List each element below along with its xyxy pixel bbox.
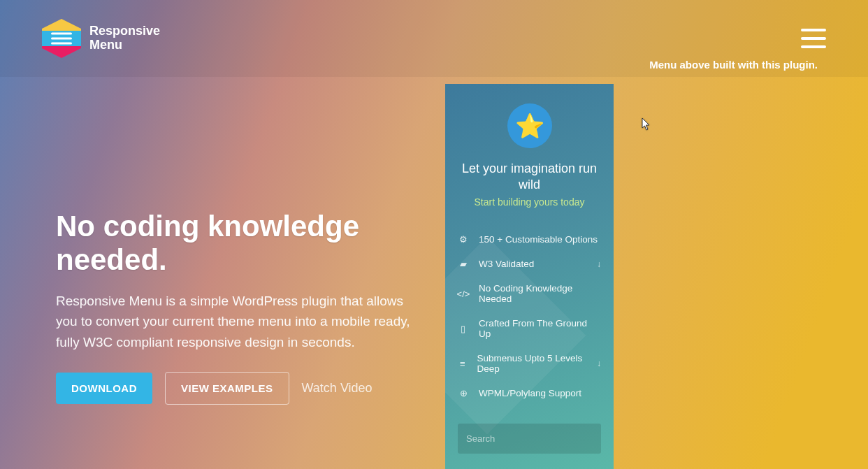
chevron-down-icon: ↓: [597, 359, 601, 368]
hero-title: No coding knowledge needed.: [56, 210, 419, 277]
search-input[interactable]: [458, 424, 601, 454]
download-button[interactable]: DOWNLOAD: [56, 373, 152, 404]
hamburger-menu-icon[interactable]: [801, 29, 826, 48]
drawer-item-submenus[interactable]: ≡ Submenus Upto 5 Levels Deep ↓: [458, 346, 601, 381]
code-icon: </>: [458, 289, 469, 299]
drawer-subtitle: Start building yours today: [458, 196, 601, 208]
drawer-item-customisable[interactable]: ⚙ 150 + Customisable Options: [458, 227, 601, 252]
drawer-search: [458, 424, 601, 454]
demo-menu-drawer: ⭐ Let your imagination run wild Start bu…: [445, 84, 614, 469]
drawer-title: Let your imagination run wild: [458, 161, 601, 192]
list-icon: ≡: [458, 359, 467, 369]
drawer-item-w3[interactable]: ▰ W3 Validated ↓: [458, 252, 601, 276]
building-icon: ▯: [458, 324, 469, 334]
sliders-icon: ⚙: [458, 234, 469, 245]
mouse-cursor-icon: [642, 117, 651, 131]
hero-section: No coding knowledge needed. Responsive M…: [56, 210, 419, 405]
brand-logo[interactable]: Responsive Menu: [42, 19, 160, 58]
hero-description: Responsive Menu is a simple WordPress pl…: [56, 291, 419, 352]
watch-video-link[interactable]: Watch Video: [302, 381, 372, 396]
star-icon: ⭐: [507, 103, 552, 148]
css3-icon: ▰: [458, 259, 469, 269]
view-examples-button[interactable]: VIEW EXAMPLES: [165, 372, 289, 405]
drawer-item-wpml[interactable]: ⊕ WPML/Polylang Support: [458, 381, 601, 405]
drawer-item-crafted[interactable]: ▯ Crafted From The Ground Up: [458, 311, 601, 346]
drawer-item-nocode[interactable]: </> No Coding Knowledge Needed: [458, 276, 601, 311]
header-tagline: Menu above built with this plugin.: [649, 59, 818, 71]
logo-icon: [42, 19, 81, 58]
hero-buttons: DOWNLOAD VIEW EXAMPLES Watch Video: [56, 372, 419, 405]
drawer-feature-list: ⚙ 150 + Customisable Options ▰ W3 Valida…: [458, 227, 601, 405]
brand-text: Responsive Menu: [89, 24, 160, 52]
chevron-down-icon: ↓: [597, 259, 601, 269]
globe-icon: ⊕: [458, 388, 469, 398]
